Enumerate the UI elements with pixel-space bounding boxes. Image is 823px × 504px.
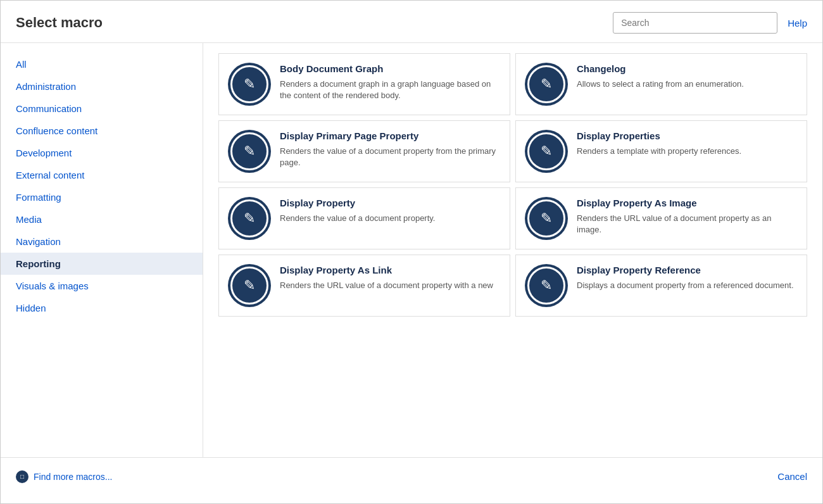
search-input[interactable] xyxy=(613,12,777,34)
macro-name-changelog: Changelog xyxy=(577,63,798,75)
macro-card-body-document-graph[interactable]: ✎ Body Document Graph Renders a document… xyxy=(218,53,510,115)
macro-icon-display-primary-page-property: ✎ xyxy=(228,130,271,173)
main-layout: AllAdministrationCommunicationConfluence… xyxy=(1,43,822,457)
sidebar-item-external-content[interactable]: External content xyxy=(1,164,203,186)
macro-icon-display-property-as-link: ✎ xyxy=(228,264,271,307)
macro-name-display-property-as-image: Display Property As Image xyxy=(577,197,798,210)
macro-info-body-document-graph: Body Document Graph Renders a document g… xyxy=(280,63,501,101)
sidebar-item-reporting[interactable]: Reporting xyxy=(1,253,203,275)
macro-info-changelog: Changelog Allows to select a rating from… xyxy=(577,63,798,90)
sidebar-item-administration[interactable]: Administration xyxy=(1,75,203,98)
macro-desc-changelog: Allows to select a rating from an enumer… xyxy=(577,79,798,90)
find-more-macros-link[interactable]: □ Find more macros... xyxy=(16,470,112,483)
header: Select macro Help xyxy=(1,1,822,43)
macro-icon-display-property-reference: ✎ xyxy=(525,264,568,307)
sidebar-item-confluence-content[interactable]: Confluence content xyxy=(1,120,203,142)
find-macros-label: Find more macros... xyxy=(34,472,112,482)
footer: □ Find more macros... Cancel xyxy=(1,457,822,495)
sidebar: AllAdministrationCommunicationConfluence… xyxy=(1,43,203,457)
macro-desc-display-property: Renders the value of a document property… xyxy=(280,213,501,224)
sidebar-item-formatting[interactable]: Formatting xyxy=(1,186,203,208)
sidebar-item-media[interactable]: Media xyxy=(1,208,203,230)
macro-card-display-property[interactable]: ✎ Display Property Renders the value of … xyxy=(218,187,510,249)
macro-card-display-property-as-image[interactable]: ✎ Display Property As Image Renders the … xyxy=(515,187,807,249)
macro-card-display-property-as-link[interactable]: ✎ Display Property As Link Renders the U… xyxy=(218,255,510,317)
macro-name-display-primary-page-property: Display Primary Page Property xyxy=(280,130,501,142)
header-right: Help xyxy=(613,12,807,34)
macro-card-display-property-reference[interactable]: ✎ Display Property Reference Displays a … xyxy=(515,255,807,317)
find-macros-icon: □ xyxy=(16,470,28,483)
macro-info-display-property-as-image: Display Property As Image Renders the UR… xyxy=(577,197,798,236)
macro-icon-display-properties: ✎ xyxy=(525,130,568,173)
macro-info-display-property: Display Property Renders the value of a … xyxy=(280,197,501,224)
macro-desc-body-document-graph: Renders a document graph in a graph lang… xyxy=(280,79,501,101)
macro-card-changelog[interactable]: ✎ Changelog Allows to select a rating fr… xyxy=(515,53,807,115)
macro-name-display-properties: Display Properties xyxy=(577,130,798,142)
macro-desc-display-properties: Renders a template with property referen… xyxy=(577,146,798,157)
macro-desc-display-property-as-link: Renders the URL value of a document prop… xyxy=(280,280,501,291)
sidebar-item-hidden[interactable]: Hidden xyxy=(1,297,203,319)
macro-info-display-property-as-link: Display Property As Link Renders the URL… xyxy=(280,264,501,291)
macro-card-display-primary-page-property[interactable]: ✎ Display Primary Page Property Renders … xyxy=(218,120,510,182)
macro-card-display-properties[interactable]: ✎ Display Properties Renders a template … xyxy=(515,120,807,182)
sidebar-item-navigation[interactable]: Navigation xyxy=(1,230,203,253)
macro-list: ✎ Body Document Graph Renders a document… xyxy=(203,43,822,457)
macro-icon-body-document-graph: ✎ xyxy=(228,63,271,106)
macro-icon-changelog: ✎ xyxy=(525,63,568,106)
macro-name-display-property-as-link: Display Property As Link xyxy=(280,264,501,277)
macro-grid: ✎ Body Document Graph Renders a document… xyxy=(218,53,807,317)
macro-icon-display-property-as-image: ✎ xyxy=(525,197,568,240)
macro-info-display-property-reference: Display Property Reference Displays a do… xyxy=(577,264,798,291)
help-link[interactable]: Help xyxy=(788,18,807,28)
sidebar-item-visuals-images[interactable]: Visuals & images xyxy=(1,275,203,297)
macro-name-display-property: Display Property xyxy=(280,197,501,210)
cancel-button[interactable]: Cancel xyxy=(777,471,807,482)
sidebar-item-development[interactable]: Development xyxy=(1,142,203,164)
macro-icon-display-property: ✎ xyxy=(228,197,271,240)
macro-desc-display-property-as-image: Renders the URL value of a document prop… xyxy=(577,213,798,236)
sidebar-item-communication[interactable]: Communication xyxy=(1,98,203,120)
macro-info-display-properties: Display Properties Renders a template wi… xyxy=(577,130,798,157)
macro-desc-display-property-reference: Displays a document property from a refe… xyxy=(577,280,798,291)
macro-info-display-primary-page-property: Display Primary Page Property Renders th… xyxy=(280,130,501,168)
page-title: Select macro xyxy=(16,15,103,31)
macro-desc-display-primary-page-property: Renders the value of a document property… xyxy=(280,146,501,168)
macro-name-display-property-reference: Display Property Reference xyxy=(577,264,798,277)
macro-name-body-document-graph: Body Document Graph xyxy=(280,63,501,75)
sidebar-item-all[interactable]: All xyxy=(1,53,203,75)
